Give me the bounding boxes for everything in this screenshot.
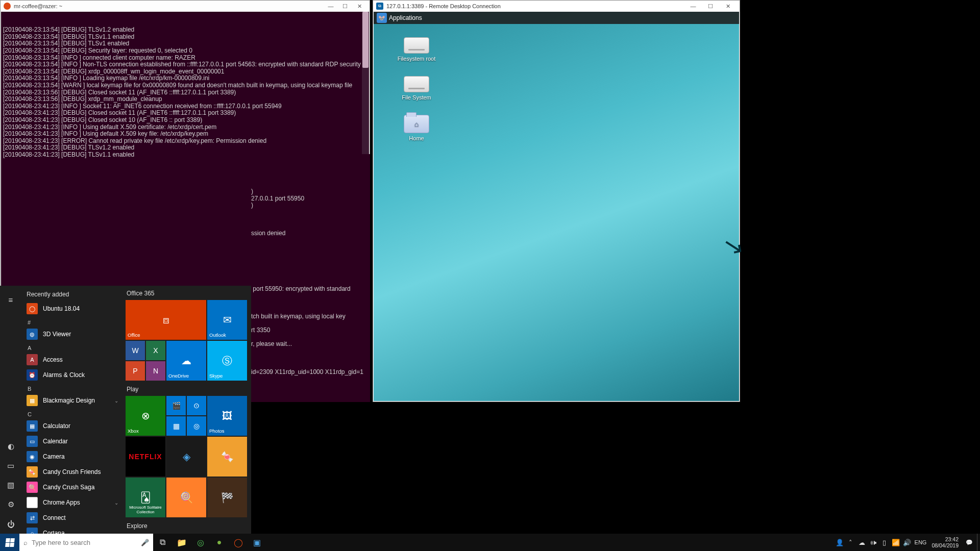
app-list-item[interactable]: ◯Ubuntu 18.04 [23, 301, 125, 316]
maximize-button[interactable]: ☐ [338, 2, 352, 11]
app-list-item[interactable]: ⏰Alarms & Clock [23, 367, 125, 383]
language-indicator[interactable]: ENG [913, 534, 929, 551]
windows-logo-icon [5, 538, 15, 547]
search-placeholder: Type here to search [32, 539, 90, 546]
app-label: Access [43, 356, 63, 363]
mic-icon[interactable]: 🎤 [141, 539, 149, 546]
minimize-button[interactable]: — [684, 1, 702, 11]
desktop-icon[interactable]: ⌂Home [392, 115, 441, 141]
tile-office[interactable]: ⧈Office [126, 300, 206, 340]
xfce-desktop[interactable]: 🐭 Applications Filesystem rootFile Syste… [374, 12, 739, 401]
xfce-menu-icon[interactable]: 🐭 [377, 13, 387, 23]
rdp-titlebar[interactable]: ⧉ 127.0.1.1:3389 - Remote Desktop Connec… [373, 1, 740, 12]
chevron-down-icon: ⌄ [114, 500, 118, 506]
recently-added-header: Recently added [23, 289, 125, 301]
app-list-letter[interactable]: A [23, 342, 125, 352]
tile-group-play[interactable]: Play [126, 385, 247, 396]
bluetooth-icon[interactable]: 🕪 [868, 534, 879, 551]
minimize-button[interactable]: — [324, 2, 338, 11]
user-button[interactable]: ◐ [0, 437, 21, 456]
app-label: Calculator [43, 422, 70, 430]
tile-calculator[interactable]: ▦ [166, 416, 186, 436]
app-icon: 🍬 [27, 466, 38, 478]
taskbar-task-view[interactable]: ⧉ [153, 534, 172, 551]
tile-tips[interactable]: ⊙ [187, 396, 206, 415]
tile-candy-crush-friends[interactable]: 🍬 [207, 437, 247, 477]
close-button[interactable]: ✕ [719, 1, 737, 11]
app-list-letter[interactable]: # [23, 316, 125, 327]
app-icon: ○ [27, 528, 38, 534]
app-list-item[interactable]: ◉Camera [23, 449, 125, 464]
battery-icon[interactable]: ▯ [879, 534, 890, 551]
pictures-button[interactable]: ▧ [0, 475, 21, 495]
tile-netflix[interactable]: NETFLIX [126, 437, 165, 477]
app-icon: 🍭 [27, 482, 38, 493]
rdp-window: ⧉ 127.0.1.1:3389 - Remote Desktop Connec… [373, 0, 740, 402]
app-label: Blackmagic Design [43, 397, 95, 404]
tile-weather[interactable]: ◎ [187, 416, 206, 436]
app-list-item[interactable]: ▭Calendar [23, 434, 125, 449]
action-center-button[interactable]: 💬 [962, 534, 977, 551]
terminal-output-obscured: ) 27.0.0.1 port 55950 ) ssion denied por… [251, 154, 370, 402]
app-list-item[interactable]: 🍭Candy Crush Saga [23, 480, 125, 495]
taskbar-file-explorer[interactable]: 📁 [172, 534, 191, 551]
onedrive-icon[interactable]: ☁ [856, 534, 868, 551]
tile-onenote[interactable]: N [146, 361, 165, 381]
show-desktop-button[interactable] [977, 534, 980, 551]
rdp-icon: ⧉ [376, 3, 383, 10]
chevron-up-icon[interactable]: ˄ [845, 534, 856, 551]
tile-onedrive[interactable]: ☁OneDrive [166, 341, 206, 381]
maximize-button[interactable]: ☐ [702, 1, 719, 11]
tile-word[interactable]: W [126, 341, 145, 360]
tile-skype[interactable]: ⓈSkype [207, 341, 247, 381]
tile-solitaire[interactable]: 🂡Microsoft Solitaire Collection [126, 478, 165, 517]
tile-excel[interactable]: X [146, 341, 165, 360]
power-button[interactable]: ⏻ [0, 514, 21, 534]
tile-photos[interactable]: 🖼Photos [207, 396, 247, 436]
xfce-applications-label[interactable]: Applications [389, 14, 422, 21]
tile-powerpoint[interactable]: P [126, 361, 145, 381]
app-list-item[interactable]: ⇄Connect [23, 510, 125, 525]
app-list-item[interactable]: ▦Calculator [23, 418, 125, 434]
start-button[interactable] [0, 534, 19, 551]
tile-outlook[interactable]: ✉Outlook [207, 300, 247, 340]
close-button[interactable]: ✕ [352, 2, 366, 11]
app-list-letter[interactable]: B [23, 383, 125, 393]
app-list-item[interactable]: 🍬Candy Crush Friends [23, 464, 125, 480]
tile-group-explore[interactable]: Explore [126, 521, 247, 533]
app-icon: ▦ [27, 420, 38, 432]
start-tiles[interactable]: Office 365 ⧈Office ✉Outlook W X ☁OneDriv… [125, 286, 251, 534]
taskbar-app-green[interactable]: ● [210, 534, 229, 551]
app-label: Connect [43, 514, 66, 521]
app-icon: ⇄ [27, 512, 38, 523]
xfce-panel[interactable]: 🐭 Applications [374, 12, 739, 24]
tile-photoshop-express[interactable]: ◈ [166, 437, 206, 477]
documents-button[interactable]: ▭ [0, 456, 21, 475]
app-list-item[interactable]: AAccess [23, 352, 125, 367]
taskbar-chrome[interactable]: ◎ [191, 534, 210, 551]
tile-group-office[interactable]: Office 365 [126, 289, 247, 300]
start-app-list[interactable]: Recently added ◯Ubuntu 18.04#◍3D ViewerA… [21, 286, 125, 534]
taskbar-rdp[interactable]: ▣ [248, 534, 266, 551]
desktop-icon[interactable]: File System [392, 76, 441, 101]
app-list-item[interactable]: ◍3D Viewer [23, 327, 125, 342]
app-list-item[interactable]: ○Cortana [23, 525, 125, 534]
app-list-item[interactable]: ▦Blackmagic Design⌄ [23, 393, 125, 408]
desktop-icon[interactable]: Filesystem root [392, 37, 441, 62]
search-box[interactable]: ⌕ Type here to search 🎤 [19, 534, 153, 551]
clock[interactable]: 23:42 08/04/2019 [928, 536, 962, 548]
volume-icon[interactable]: 🔊 [901, 534, 913, 551]
tile-asphalt[interactable]: 🏁 [207, 478, 247, 517]
app-list-item[interactable]: ◎Chrome Apps⌄ [23, 495, 125, 510]
tile-candy-crush-saga[interactable]: 🍭 [166, 478, 206, 517]
ubuntu-titlebar[interactable]: mr-coffee@razer: ~ — ☐ ✕ [1, 1, 370, 12]
wifi-icon[interactable]: 📶 [890, 534, 901, 551]
app-list-letter[interactable]: C [23, 408, 125, 418]
tile-movies[interactable]: 🎬 [166, 396, 186, 415]
taskbar-ubuntu[interactable]: ◯ [229, 534, 248, 551]
rdp-title: 127.0.1.1:3389 - Remote Desktop Connecti… [386, 3, 501, 9]
tile-xbox[interactable]: ⊗Xbox [126, 396, 165, 436]
expand-button[interactable]: ≡ [0, 290, 21, 309]
people-icon[interactable]: 👤 [834, 534, 845, 551]
settings-button[interactable]: ⚙ [0, 495, 21, 514]
